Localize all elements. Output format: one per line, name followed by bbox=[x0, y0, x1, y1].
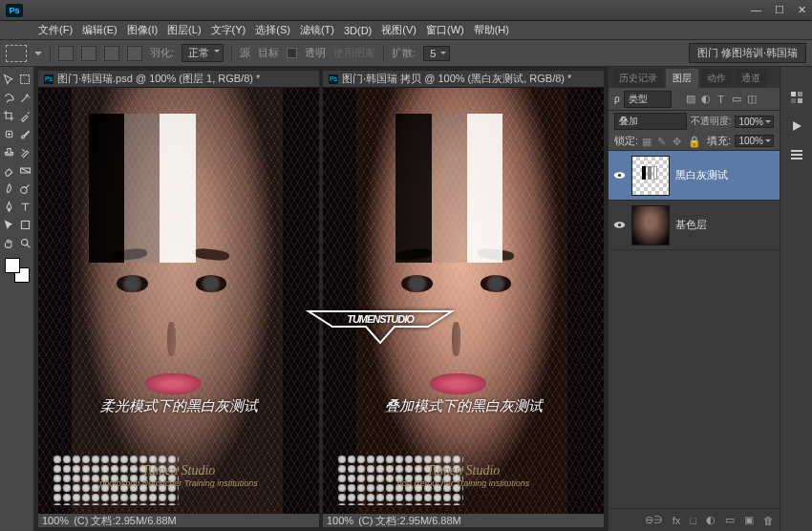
svg-rect-9 bbox=[791, 92, 796, 96]
new-layer-icon[interactable]: ▣ bbox=[744, 514, 754, 526]
use-pattern-label: 使用图案 bbox=[333, 46, 375, 60]
svg-point-3 bbox=[20, 186, 27, 193]
filter-adjust-icon[interactable]: ◐ bbox=[700, 94, 712, 105]
menu-window[interactable]: 窗口(W) bbox=[426, 23, 464, 37]
dodge-tool-icon[interactable] bbox=[17, 180, 32, 197]
menu-edit[interactable]: 编辑(E) bbox=[82, 23, 118, 37]
tab-history[interactable]: 历史记录 bbox=[612, 69, 664, 88]
blur-tool-icon[interactable] bbox=[1, 180, 16, 197]
svg-rect-15 bbox=[791, 158, 802, 159]
hand-tool-icon[interactable] bbox=[1, 234, 16, 251]
filter-type-icon[interactable]: T bbox=[716, 94, 727, 105]
menu-select[interactable]: 选择(S) bbox=[255, 23, 290, 37]
diffusion-label: 扩散: bbox=[392, 46, 416, 60]
watermark-logo: TUMENSTUDIO bbox=[304, 300, 457, 352]
document-canvas[interactable]: 柔光模式下的黑白灰测试 Tumen Studiophotoshop Retouc… bbox=[38, 88, 319, 514]
menu-filter[interactable]: 滤镜(T) bbox=[300, 23, 334, 37]
layer-row[interactable]: 基色层 bbox=[609, 201, 780, 250]
move-tool-icon[interactable] bbox=[1, 71, 16, 88]
mode-select[interactable]: 正常 bbox=[182, 44, 224, 62]
filter-smart-icon[interactable]: ◫ bbox=[746, 94, 758, 105]
heal-tool-icon[interactable] bbox=[1, 125, 16, 142]
preset-dropdown-icon[interactable] bbox=[34, 52, 42, 55]
layer-name[interactable]: 基色层 bbox=[675, 218, 707, 232]
group-icon[interactable]: ▭ bbox=[725, 514, 735, 526]
tab-actions[interactable]: 动作 bbox=[700, 69, 733, 88]
layer-row[interactable]: 黑白灰测试 bbox=[609, 151, 780, 201]
selection-subtract-icon[interactable] bbox=[104, 46, 119, 61]
mask-icon[interactable]: □ bbox=[690, 515, 696, 526]
blend-mode-select[interactable]: 叠加 bbox=[614, 113, 687, 130]
pen-tool-icon[interactable] bbox=[1, 198, 16, 215]
selection-add-icon[interactable] bbox=[81, 46, 96, 61]
layer-thumbnail bbox=[631, 156, 670, 196]
dest-label[interactable]: 目标 bbox=[258, 46, 279, 60]
layer-filter-select[interactable]: 类型 bbox=[624, 91, 672, 108]
shape-tool-icon[interactable] bbox=[17, 216, 32, 233]
layer-name[interactable]: 黑白灰测试 bbox=[675, 168, 728, 182]
opacity-value[interactable]: 100% bbox=[735, 116, 774, 128]
svg-rect-13 bbox=[791, 150, 802, 152]
stamp-tool-icon[interactable] bbox=[1, 143, 16, 160]
filter-shape-icon[interactable]: ▭ bbox=[731, 94, 742, 105]
source-label[interactable]: 源 bbox=[240, 46, 250, 60]
layer-thumbnail bbox=[631, 205, 670, 245]
link-layers-icon[interactable]: ⊖∋ bbox=[645, 514, 663, 526]
menu-image[interactable]: 图像(I) bbox=[127, 23, 158, 37]
maximize-button[interactable]: ☐ bbox=[775, 4, 784, 16]
fill-label: 填充: bbox=[707, 134, 731, 148]
fill-value[interactable]: 100% bbox=[735, 135, 774, 147]
lock-position-icon[interactable]: ✥ bbox=[673, 136, 684, 147]
delete-layer-icon[interactable]: 🗑 bbox=[763, 515, 774, 526]
minimize-button[interactable]: — bbox=[751, 4, 761, 16]
menu-type[interactable]: 文字(Y) bbox=[211, 23, 246, 37]
marquee-tool-icon[interactable] bbox=[17, 71, 32, 88]
menu-view[interactable]: 视图(V) bbox=[381, 23, 417, 37]
zoom-tool-icon[interactable] bbox=[17, 234, 32, 251]
eyedropper-tool-icon[interactable] bbox=[17, 107, 32, 124]
menu-layer[interactable]: 图层(L) bbox=[167, 23, 201, 37]
menu-help[interactable]: 帮助(H) bbox=[474, 23, 509, 37]
selection-intersect-icon[interactable] bbox=[127, 46, 142, 61]
wand-tool-icon[interactable] bbox=[17, 89, 32, 106]
swatches-icon[interactable] bbox=[786, 88, 807, 107]
adjustment-icon[interactable]: ◐ bbox=[706, 514, 716, 526]
lock-all-icon[interactable]: 🔒 bbox=[688, 136, 699, 147]
play-icon[interactable] bbox=[786, 117, 807, 136]
visibility-toggle[interactable] bbox=[612, 219, 626, 232]
svg-text:TUMENSTUDIO: TUMENSTUDIO bbox=[347, 313, 415, 325]
diffusion-select[interactable]: 5 bbox=[423, 46, 450, 61]
path-select-icon[interactable] bbox=[1, 216, 16, 233]
crop-tool-icon[interactable] bbox=[1, 107, 16, 124]
brush-tool-icon[interactable] bbox=[17, 125, 32, 142]
lock-paint-icon[interactable]: ✎ bbox=[657, 136, 669, 147]
tab-layers[interactable]: 图层 bbox=[666, 69, 698, 88]
lock-pixels-icon[interactable]: ▦ bbox=[642, 136, 653, 147]
type-tool-icon[interactable] bbox=[17, 198, 32, 215]
close-button[interactable]: ✕ bbox=[798, 4, 806, 16]
menu-3d[interactable]: 3D(D) bbox=[344, 25, 372, 36]
svg-rect-4 bbox=[21, 221, 29, 228]
canvas-caption: 柔光模式下的黑白灰测试 bbox=[38, 397, 319, 415]
workspace-label[interactable]: 图门 修图培训·韩国瑞 bbox=[689, 43, 806, 63]
marquee-preset-icon[interactable] bbox=[6, 45, 27, 62]
svg-point-5 bbox=[21, 239, 28, 245]
history-brush-icon[interactable] bbox=[17, 143, 32, 160]
filter-image-icon[interactable]: ▨ bbox=[685, 94, 696, 105]
document-tab[interactable]: Ps图门·韩国瑞 拷贝 @ 100% (黑白灰测试, RGB/8) * bbox=[323, 71, 604, 88]
opacity-label: 不透明度: bbox=[691, 115, 732, 128]
transparent-checkbox[interactable] bbox=[287, 48, 297, 58]
gradient-tool-icon[interactable] bbox=[17, 161, 32, 179]
document-tab[interactable]: Ps图门·韩国瑞.psd @ 100% (图层 1, RGB/8) * bbox=[38, 71, 319, 88]
tab-channels[interactable]: 通道 bbox=[735, 69, 767, 88]
eraser-tool-icon[interactable] bbox=[1, 161, 16, 179]
lasso-tool-icon[interactable] bbox=[1, 89, 16, 106]
menu-bar: 文件(F) 编辑(E) 图像(I) 图层(L) 文字(Y) 选择(S) 滤镜(T… bbox=[0, 21, 812, 40]
menu-file[interactable]: 文件(F) bbox=[38, 23, 73, 37]
properties-icon[interactable] bbox=[786, 145, 807, 164]
selection-new-icon[interactable] bbox=[58, 46, 74, 61]
color-swatch[interactable] bbox=[5, 258, 30, 283]
lock-label: 锁定: bbox=[614, 134, 638, 148]
fx-icon[interactable]: fx bbox=[673, 515, 681, 526]
visibility-toggle[interactable] bbox=[612, 169, 626, 182]
